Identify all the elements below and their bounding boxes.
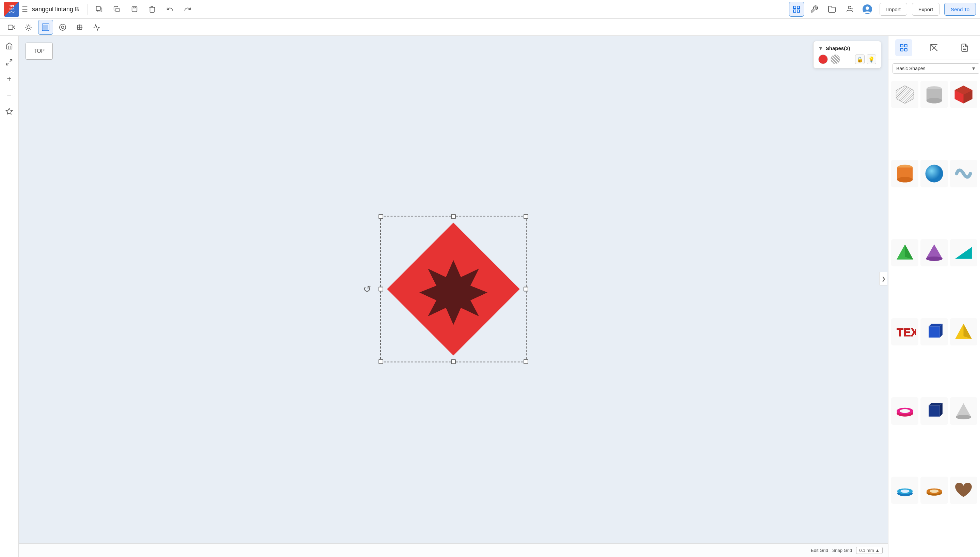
shape-item-hatched-cube[interactable] [891,81,918,108]
copy-button[interactable] [109,2,124,17]
svg-point-26 [61,26,64,28]
right-panel: Basic Shapes Text & Numbers Connectors F… [888,36,980,557]
tools-icon[interactable] [807,2,822,17]
shape-item-squiggle[interactable] [950,160,977,187]
shape-item-text-3d[interactable]: TEXT [891,318,918,345]
svg-point-8 [848,6,851,9]
shapes-panel-button[interactable] [2,104,16,118]
top-toolbar: TINKERCAD ☰ sanggul lintang B Import Exp… [0,0,980,19]
shape-item-blue-torus[interactable] [891,477,918,504]
shape-item-grey-cone2[interactable] [950,397,977,425]
profile-icon[interactable] [860,2,875,17]
user-add-icon[interactable] [842,2,857,17]
light-button[interactable] [21,20,36,35]
shape-item-magenta-torus[interactable] [891,397,918,425]
edit-grid-button[interactable]: Edit Grid [811,548,828,553]
align-button[interactable] [72,20,87,35]
notes-tab-icon[interactable] [956,39,973,56]
svg-rect-35 [900,44,903,47]
svg-point-12 [866,7,869,10]
svg-line-18 [31,29,31,29]
canvas-area[interactable]: TOP [19,36,888,557]
measure-tab-icon[interactable] [926,39,943,56]
grid-view-icon[interactable] [789,2,804,17]
send-to-button[interactable]: Send To [944,3,976,16]
shape-item-brown-heart[interactable] [950,477,977,504]
shape-item-teal-wedge[interactable] [950,239,977,266]
shape-item-green-pyramid[interactable] [891,239,918,266]
svg-point-79 [930,490,938,493]
props-title: Shapes(2) [826,45,850,51]
undo-button[interactable] [162,2,177,17]
svg-point-73 [956,415,972,419]
snap-grid-label: Snap Grid [832,548,852,553]
paste-button[interactable] [127,2,142,17]
delete-button[interactable] [144,2,160,17]
shape-item-grey-cylinder[interactable] [920,81,948,108]
shape-container[interactable]: ↺ [380,216,527,363]
svg-rect-5 [797,6,800,8]
shape-item-orange-ring[interactable] [920,477,948,504]
orbit-button[interactable] [55,20,70,35]
zoom-in-button[interactable]: + [2,72,16,86]
props-collapse-icon[interactable]: ▼ [818,46,823,51]
shapes-tab-icon[interactable] [895,39,912,56]
svg-rect-3 [133,7,135,8]
snap-grid-value[interactable]: 0.1 mm ▲ [856,547,883,554]
shape-svg[interactable] [380,216,527,363]
shape-item-blue-box[interactable] [920,318,948,345]
svg-point-53 [925,164,943,182]
properties-panel: ▼ Shapes(2) 🔒 💡 [813,41,881,68]
color-stripe-swatch[interactable] [831,54,840,64]
folder-icon[interactable] [824,2,839,17]
svg-marker-32 [6,108,12,114]
svg-marker-43 [896,86,913,103]
svg-point-76 [900,490,909,493]
export-button[interactable]: Export [912,3,939,16]
svg-rect-2 [116,8,119,11]
svg-rect-37 [900,48,903,51]
shape-item-dark-blue-cube[interactable] [920,397,948,425]
svg-text:TEXT: TEXT [897,326,916,338]
home-view-button[interactable] [2,39,16,53]
shape-item-purple-cone[interactable] [920,239,948,266]
shapes-library-dropdown[interactable]: Basic Shapes Text & Numbers Connectors F… [892,64,979,73]
svg-rect-1 [96,7,101,11]
visible-button[interactable]: 💡 [866,54,876,64]
app-logo: TINKERCAD [4,2,19,17]
shape-item-blue-sphere[interactable] [920,160,948,187]
svg-line-30 [10,60,12,62]
camera-button[interactable] [4,20,19,35]
svg-rect-36 [904,44,907,47]
svg-point-46 [926,98,942,103]
left-panel: + − [0,36,19,557]
rotate-handle[interactable]: ↺ [363,283,371,295]
shapes-dropdown-row: Basic Shapes Text & Numbers Connectors F… [888,60,980,77]
divider [87,4,88,15]
import-button[interactable]: Import [879,3,907,16]
logo-area: TINKERCAD ☰ sanggul lintang B [4,2,79,17]
shape-item-orange-cylinder[interactable] [891,160,918,187]
svg-marker-69 [929,406,940,417]
svg-point-25 [60,24,66,30]
color-red-swatch[interactable] [818,54,828,64]
redo-button[interactable] [180,2,195,17]
svg-point-68 [900,409,910,413]
props-colors: 🔒 💡 [818,54,876,64]
fit-view-button[interactable] [2,55,16,69]
svg-point-14 [27,26,30,29]
right-panel-expand-button[interactable]: ❯ [879,272,888,285]
duplicate-button[interactable] [92,2,107,17]
select-tool-button[interactable] [38,20,53,35]
svg-rect-24 [44,25,48,29]
right-panel-icons [888,36,980,60]
lock-button[interactable]: 🔒 [855,54,865,64]
measure-button[interactable] [89,20,104,35]
document-title[interactable]: sanggul lintang B [32,6,79,13]
svg-marker-61 [929,326,940,338]
doc-type-icon: ☰ [22,5,28,13]
shape-item-yellow-pyramid[interactable] [950,318,977,345]
svg-rect-7 [797,10,800,12]
shape-item-red-cube[interactable] [950,81,977,108]
zoom-out-button[interactable]: − [2,88,16,102]
